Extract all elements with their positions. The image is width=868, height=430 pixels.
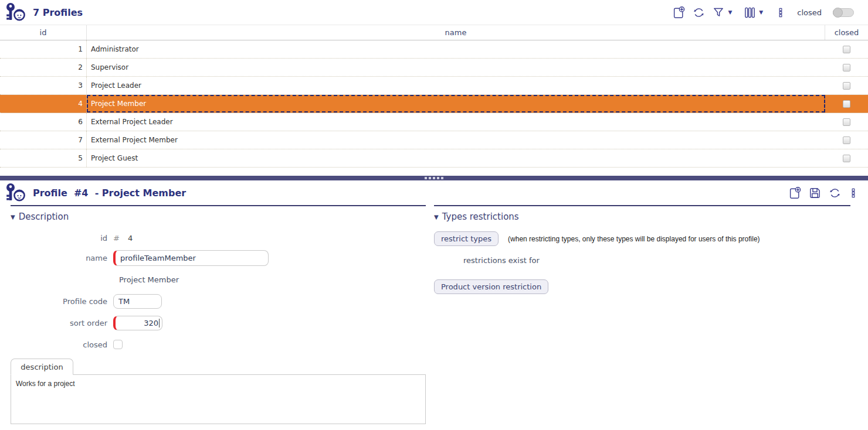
- id-field-row: id # 4: [11, 233, 426, 243]
- collapse-triangle-icon: ▼: [11, 214, 15, 220]
- detail-content: ▼ Description id # 4 name Project Member…: [0, 205, 868, 424]
- restrict-types-hint: (when restricting types, only these type…: [508, 235, 760, 243]
- cell-closed: [825, 113, 868, 131]
- cell-id: 5: [0, 149, 87, 167]
- cell-closed: [825, 59, 868, 76]
- filter-button[interactable]: ▼: [712, 6, 732, 19]
- key-person-icon: [5, 2, 26, 23]
- cell-name: Project Leader: [87, 77, 825, 94]
- name-field-row: name: [11, 250, 426, 266]
- table-row[interactable]: 2 Supervisor: [0, 59, 868, 77]
- closed-checkbox[interactable]: [843, 82, 850, 90]
- profile-code-input[interactable]: [113, 294, 162, 309]
- closed-checkbox[interactable]: [843, 100, 850, 108]
- cell-name: External Project Leader: [87, 113, 825, 131]
- tab-description-label: description: [21, 363, 63, 371]
- chevron-down-icon: ▼: [728, 9, 732, 15]
- closed-checkbox[interactable]: [113, 340, 123, 349]
- closed-checkbox[interactable]: [843, 46, 850, 53]
- filter-icon: [712, 6, 725, 19]
- table-row[interactable]: 1 Administrator: [0, 40, 868, 59]
- add-button[interactable]: [788, 186, 802, 200]
- profile-detail-panel: Profile #4 - Project Member ▼ Descriptio…: [0, 180, 868, 424]
- profiles-list-header: 7 Profiles ▼ ▼ closed: [0, 0, 868, 25]
- sort-order-input[interactable]: 320: [113, 316, 162, 330]
- profiles-table-header: id name closed: [0, 25, 868, 40]
- save-button[interactable]: [808, 186, 822, 200]
- text-cursor: [159, 319, 160, 327]
- collapse-triangle-icon: ▼: [434, 214, 439, 220]
- description-textarea[interactable]: Works for a project: [11, 374, 426, 424]
- restrictions-exist-label: restrictions exist for: [463, 256, 850, 265]
- description-section-header[interactable]: ▼ Description: [11, 205, 426, 222]
- table-row[interactable]: 7 External Project Member: [0, 131, 868, 149]
- hash-symbol: #: [113, 234, 120, 243]
- refresh-button[interactable]: [692, 6, 706, 19]
- columns-button[interactable]: ▼: [743, 6, 763, 19]
- description-section: ▼ Description id # 4 name Project Member…: [11, 205, 426, 424]
- cell-id: 6: [0, 113, 87, 131]
- cell-name: Project Member: [87, 95, 825, 112]
- cell-id: 7: [0, 131, 87, 149]
- types-section-title: Types restrictions: [442, 211, 519, 222]
- cell-id: 3: [0, 77, 87, 94]
- sort-order-value: 320: [144, 319, 158, 327]
- column-header-closed[interactable]: closed: [825, 25, 868, 40]
- column-header-name[interactable]: name: [87, 25, 825, 40]
- closed-checkbox[interactable]: [843, 64, 850, 71]
- tab-description[interactable]: description: [11, 359, 73, 375]
- table-row[interactable]: 3 Project Leader: [0, 77, 868, 95]
- table-row[interactable]: 4 Project Member: [0, 95, 868, 113]
- add-button[interactable]: [672, 6, 686, 19]
- closed-checkbox[interactable]: [843, 136, 850, 144]
- kebab-menu-icon: [848, 186, 859, 200]
- panel-splitter[interactable]: [0, 176, 868, 180]
- name-label: name: [11, 254, 113, 262]
- column-header-id[interactable]: id: [0, 25, 87, 40]
- table-row[interactable]: 5 Project Guest: [0, 149, 868, 168]
- cell-closed: [825, 40, 868, 58]
- closed-field-row: closed: [11, 340, 426, 349]
- refresh-button[interactable]: [828, 186, 842, 200]
- profiles-list-title: 7 Profiles: [33, 7, 83, 18]
- cell-name: Project Guest: [87, 149, 825, 167]
- table-row[interactable]: 6 External Project Leader: [0, 113, 868, 131]
- restrict-types-button[interactable]: restrict types: [434, 231, 499, 246]
- profiles-table: id name closed 1 Administrator 2 Supervi…: [0, 25, 868, 168]
- profile-detail-toolbar: [788, 186, 868, 200]
- toggle-knob: [833, 8, 843, 18]
- profiles-table-body: 1 Administrator 2 Supervisor 3 Project L…: [0, 40, 868, 168]
- cell-closed: [825, 149, 868, 167]
- more-menu-button[interactable]: [848, 186, 859, 200]
- profiles-list-toolbar: ▼ ▼ closed: [672, 6, 868, 19]
- id-label: id: [11, 234, 113, 243]
- cell-closed: [825, 95, 868, 112]
- restrict-types-row: restrict types (when restricting types, …: [434, 231, 850, 246]
- more-menu-button[interactable]: [775, 6, 786, 19]
- profile-code-field-row: Profile code: [11, 294, 426, 309]
- cell-closed: [825, 77, 868, 94]
- cell-id: 1: [0, 40, 87, 58]
- profile-detail-title: Profile #4 - Project Member: [33, 187, 186, 199]
- localized-name-row: Project Member: [11, 275, 426, 284]
- closed-toggle-label: closed: [797, 8, 822, 17]
- cell-id: 4: [0, 95, 87, 112]
- types-section-header[interactable]: ▼ Types restrictions: [434, 205, 850, 222]
- refresh-icon: [828, 186, 842, 200]
- closed-checkbox[interactable]: [843, 155, 850, 162]
- description-text: Works for a project: [16, 380, 74, 388]
- profiles-list-panel: 7 Profiles ▼ ▼ closed id name closed 1 A…: [0, 0, 868, 180]
- closed-label: closed: [11, 340, 113, 349]
- description-section-title: Description: [19, 211, 69, 222]
- refresh-icon: [692, 6, 706, 19]
- add-icon: [672, 6, 686, 19]
- product-version-restriction-button[interactable]: Product version restriction: [434, 279, 548, 294]
- name-input[interactable]: [113, 250, 269, 266]
- key-person-icon: [5, 182, 26, 203]
- cell-id: 2: [0, 59, 87, 76]
- cell-name: Administrator: [87, 40, 825, 58]
- columns-icon: [743, 6, 757, 19]
- closed-checkbox[interactable]: [843, 118, 850, 126]
- closed-toggle[interactable]: [833, 8, 854, 17]
- add-icon: [788, 186, 802, 200]
